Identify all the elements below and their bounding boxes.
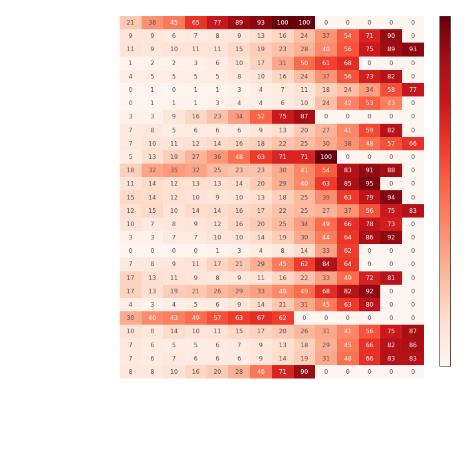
heatmap-row: 01011347111824345877: [120, 83, 424, 96]
heatmap-cell: 57: [380, 137, 402, 150]
heatmap-cell: 9: [163, 110, 185, 123]
heatmap-cell: 10: [185, 325, 207, 338]
heatmap-cell: 43: [380, 96, 402, 110]
heatmap-cell: 92: [359, 285, 381, 298]
heatmap-cell: 0: [380, 285, 402, 298]
heatmap-cell: 0: [402, 298, 424, 311]
heatmap-cell: 85: [337, 177, 359, 190]
heatmap-cell: 81: [380, 271, 402, 285]
heatmap-cell: 80: [359, 298, 381, 311]
heatmap-row: 767666914193148668383: [120, 352, 424, 365]
heatmap-row: 33771010141930446486920: [120, 231, 424, 244]
heatmap-cell: 6: [142, 339, 164, 352]
heatmap-cell: 7: [120, 124, 142, 137]
heatmap-cell: 14: [142, 177, 164, 190]
heatmap-cell: 21: [228, 257, 250, 271]
heatmap-cell: 45: [163, 16, 185, 29]
heatmap-cell: 86: [402, 339, 424, 352]
heatmap-cell: 54: [337, 29, 359, 43]
heatmap-cell: 6: [207, 339, 229, 352]
heatmap-cell: 25: [294, 190, 316, 204]
heatmap-cell: 13: [185, 177, 207, 190]
heatmap-row: 15141210910131825396379940: [120, 190, 424, 204]
heatmap-cell: 41: [294, 164, 316, 177]
heatmap-cell: 14: [272, 352, 294, 365]
heatmap-cell: 21: [120, 16, 142, 29]
heatmap-row: 1215101414161722252737567583: [120, 204, 424, 218]
heatmap-cell: 87: [402, 325, 424, 338]
heatmap-cell: 15: [142, 204, 164, 218]
heatmap-cell: 66: [402, 137, 424, 150]
heatmap-cell: 13: [272, 124, 294, 137]
heatmap-cell: 33: [250, 285, 272, 298]
heatmap-cell: 9: [185, 271, 207, 285]
heatmap-cell: 16: [228, 137, 250, 150]
heatmap-row: 171311989111622334972810: [120, 271, 424, 285]
heatmap-cell: 93: [250, 16, 272, 29]
heatmap-cell: 9: [142, 29, 164, 43]
heatmap-cell: 18: [294, 339, 316, 352]
heatmap-cell: 7: [120, 137, 142, 150]
heatmap-cell: 83: [337, 164, 359, 177]
heatmap-cell: 25: [272, 218, 294, 231]
heatmap-cell: 63: [315, 177, 337, 190]
heatmap-row: 881016202846719000000: [120, 365, 424, 379]
heatmap-cell: 14: [250, 231, 272, 244]
heatmap-cell: 11: [207, 43, 229, 56]
heatmap-cell: 45: [315, 298, 337, 311]
heatmap-cell: 7: [142, 218, 164, 231]
heatmap-cell: 84: [315, 257, 337, 271]
heatmap-cell: 17: [250, 57, 272, 70]
heatmap-cell: 63: [337, 298, 359, 311]
heatmap-cell: 19: [294, 352, 316, 365]
heatmap-cell: 6: [272, 96, 294, 110]
heatmap-row: 11141213131420294063859500: [120, 177, 424, 190]
heatmap-cell: 1: [142, 83, 164, 96]
heatmap-cell: 8: [207, 29, 229, 43]
heatmap-cell: 83: [380, 352, 402, 365]
heatmap-cell: 23: [228, 164, 250, 177]
heatmap-cell: 57: [207, 311, 229, 325]
heatmap-cell: 5: [185, 339, 207, 352]
heatmap-cell: 30: [315, 137, 337, 150]
heatmap-cell: 31: [315, 325, 337, 338]
heatmap-cell: 62: [294, 257, 316, 271]
heatmap-cell: 0: [402, 190, 424, 204]
heatmap-cell: 0: [315, 110, 337, 123]
heatmap-cell: 13: [272, 339, 294, 352]
heatmap-cell: 75: [380, 204, 402, 218]
heatmap-cell: 17: [120, 285, 142, 298]
heatmap-cell: 0: [359, 16, 381, 29]
heatmap-cell: 38: [337, 137, 359, 150]
heatmap-cell: 75: [380, 325, 402, 338]
heatmap-cell: 42: [337, 96, 359, 110]
heatmap-row: 12236101731506168000: [120, 57, 424, 70]
heatmap-cell: 8: [142, 365, 164, 379]
heatmap-cell: 14: [294, 244, 316, 257]
heatmap-cell: 0: [359, 311, 381, 325]
heatmap-cell: 20: [207, 365, 229, 379]
heatmap-cell: 6: [207, 352, 229, 365]
heatmap-cell: 5: [163, 339, 185, 352]
heatmap-cell: 33: [315, 244, 337, 257]
heatmap-cell: 22: [294, 271, 316, 285]
heatmap-cell: 0: [402, 110, 424, 123]
heatmap-cell: 6: [185, 352, 207, 365]
heatmap-cell: 11: [163, 271, 185, 285]
heatmap-cell: 61: [315, 57, 337, 70]
heatmap-cell: 89: [380, 43, 402, 56]
heatmap-cell: 3: [142, 110, 164, 123]
heatmap-cell: 23: [272, 43, 294, 56]
heatmap-cell: 6: [142, 352, 164, 365]
heatmap-cell: 0: [120, 244, 142, 257]
heatmap-cell: 16: [272, 29, 294, 43]
heatmap-cell: 31: [272, 57, 294, 70]
heatmap-cell: 40: [315, 43, 337, 56]
heatmap-cell: 1: [185, 96, 207, 110]
heatmap-cell: 77: [207, 16, 229, 29]
heatmap-cell: 6: [228, 352, 250, 365]
heatmap-cell: 8: [142, 257, 164, 271]
heatmap-row: 7891117212945628464000: [120, 257, 424, 271]
heatmap-cell: 72: [359, 271, 381, 285]
heatmap-cell: 62: [337, 244, 359, 257]
